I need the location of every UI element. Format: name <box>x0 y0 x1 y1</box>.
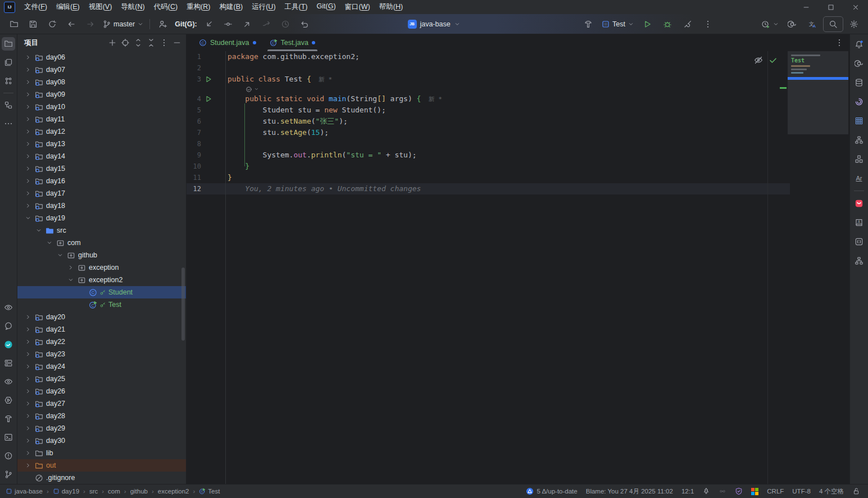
structure-tool-icon[interactable] <box>2 98 15 112</box>
reload-button[interactable] <box>43 17 62 31</box>
breadcrumb-day19[interactable]: day19 <box>53 488 79 495</box>
run-button[interactable] <box>638 17 657 31</box>
chevron-right-icon[interactable] <box>23 326 33 333</box>
tree-item-com[interactable]: com <box>17 237 186 249</box>
hide-panel-button[interactable] <box>172 38 181 47</box>
run-tool-icon[interactable] <box>2 393 15 407</box>
reader-mode-off-icon[interactable] <box>754 56 763 65</box>
tree-item-Test[interactable]: CTest <box>17 298 186 311</box>
chevron-right-icon[interactable] <box>23 128 33 135</box>
services-tool-icon[interactable] <box>2 356 15 370</box>
watch-tool-icon[interactable] <box>2 375 15 388</box>
tab-student-java[interactable]: CStudent.java <box>192 34 263 51</box>
tree-scrollbar[interactable] <box>181 268 185 341</box>
indent-setting[interactable]: 4 个空格 <box>819 487 844 496</box>
chevron-down-icon[interactable] <box>23 215 33 221</box>
panel-options-button[interactable] <box>160 38 169 47</box>
menu-h[interactable]: 帮助(H) <box>375 1 407 13</box>
code-line-3[interactable]: 3public class Test { 新 * <box>187 74 849 85</box>
terminal-tool-icon[interactable] <box>2 431 15 444</box>
file-encoding[interactable]: UTF-8 <box>792 488 811 495</box>
tree-item-day25[interactable]: day25 <box>17 373 186 385</box>
chevron-right-icon[interactable] <box>23 202 33 209</box>
file-lock-toggle[interactable] <box>852 487 860 495</box>
undo-button[interactable] <box>295 17 314 31</box>
search-everywhere-button[interactable] <box>823 16 843 32</box>
menu-e[interactable]: 编辑(E) <box>52 1 84 13</box>
chevron-right-icon[interactable] <box>23 66 33 73</box>
commit-button[interactable] <box>219 17 238 31</box>
opencc-plugin-icon[interactable] <box>719 487 726 495</box>
chevron-right-icon[interactable] <box>23 413 33 419</box>
no-problems-check-icon[interactable] <box>769 56 778 65</box>
breadcrumb-github[interactable]: github <box>130 488 148 495</box>
tree-item-day07[interactable]: day07 <box>17 64 186 76</box>
add-button[interactable] <box>108 38 117 47</box>
breadcrumb-java-base[interactable]: java-base <box>6 488 43 495</box>
tree-item-day19[interactable]: day19 <box>17 212 186 224</box>
close-button[interactable] <box>843 0 868 14</box>
chevron-right-icon[interactable] <box>23 91 33 98</box>
breadcrumb-exception2[interactable]: exception2 <box>158 488 189 495</box>
chevron-right-icon[interactable] <box>23 314 33 320</box>
tree-item-day08[interactable]: day08 <box>17 76 186 88</box>
red-plugin-icon[interactable] <box>852 197 866 210</box>
tree-item-day12[interactable]: day12 <box>17 125 186 138</box>
expand-all-button[interactable] <box>134 38 143 47</box>
hierarchy-tool-icon[interactable] <box>852 133 866 147</box>
ai-assistant-icon[interactable] <box>852 57 866 70</box>
open-button[interactable] <box>4 17 24 31</box>
menu-v[interactable]: 视图(V) <box>84 1 117 13</box>
tree-item-day26[interactable]: day26 <box>17 385 186 397</box>
chevron-right-icon[interactable] <box>23 400 33 407</box>
minimize-button[interactable] <box>794 0 819 14</box>
tree-item-day27[interactable]: day27 <box>17 397 186 410</box>
artifacts-tool-icon[interactable]: Ar <box>852 171 866 185</box>
collapse-all-button[interactable] <box>147 38 156 47</box>
tree-item-day29[interactable]: day29 <box>17 422 186 434</box>
chevron-right-icon[interactable] <box>23 437 33 444</box>
chevron-right-icon[interactable] <box>23 190 33 197</box>
tree-item-day13[interactable]: day13 <box>17 138 186 150</box>
chevron-right-icon[interactable] <box>23 375 33 382</box>
breadcrumb-Test[interactable]: CTest <box>199 488 220 495</box>
tree-item-day14[interactable]: day14 <box>17 150 186 162</box>
maximize-button[interactable] <box>819 0 843 14</box>
tree-item-day15[interactable]: day15 <box>17 162 186 175</box>
build-tool-icon[interactable] <box>2 412 15 425</box>
tree-item-day28[interactable]: day28 <box>17 410 186 422</box>
tree-item-day22[interactable]: day22 <box>17 336 186 348</box>
chevron-right-icon[interactable] <box>23 153 33 160</box>
chevron-right-icon[interactable] <box>23 462 33 469</box>
code-line-7[interactable]: 7 stu.setAge(15); <box>187 127 849 138</box>
chevron-right-icon[interactable] <box>23 141 33 147</box>
settings-button[interactable] <box>844 17 864 31</box>
tree-item-src[interactable]: src <box>17 224 186 237</box>
caret-position[interactable]: 12:1 <box>681 488 694 495</box>
dependencies-tool-icon[interactable] <box>852 152 866 166</box>
menu-g[interactable]: Git(G) <box>312 1 340 13</box>
tree-item-day16[interactable]: day16 <box>17 175 186 187</box>
more-run-options-button[interactable] <box>698 17 717 31</box>
tree-item-out[interactable]: out <box>17 459 186 472</box>
codegeex-plugin-icon[interactable] <box>852 95 866 108</box>
chevron-down-icon[interactable] <box>55 252 65 259</box>
breadcrumb-src[interactable]: src <box>89 488 98 495</box>
code-line-6[interactable]: 6 stu.setName("张三"); <box>187 116 849 127</box>
chevron-right-icon[interactable] <box>23 363 33 370</box>
breadcrumb-com[interactable]: com <box>108 488 120 495</box>
code-line-2[interactable]: 2 <box>187 62 849 74</box>
chevron-right-icon[interactable] <box>66 264 76 271</box>
menu-u[interactable]: 运行(U) <box>247 1 280 13</box>
tree-item-day10[interactable]: day10 <box>17 101 186 113</box>
minimap-viewport[interactable] <box>788 77 848 80</box>
structure-hierarchy-icon[interactable] <box>852 254 866 268</box>
chevron-right-icon[interactable] <box>23 165 33 172</box>
save-all-button[interactable] <box>24 17 43 31</box>
code-editor[interactable]: 1package com.github.exception2;23public … <box>187 51 849 484</box>
notifications-icon[interactable] <box>852 38 866 51</box>
update-project-button[interactable] <box>199 17 219 31</box>
tree-item-exception[interactable]: exception <box>17 261 186 274</box>
database-tool-icon[interactable] <box>852 76 866 89</box>
chevron-right-icon[interactable] <box>23 178 33 184</box>
